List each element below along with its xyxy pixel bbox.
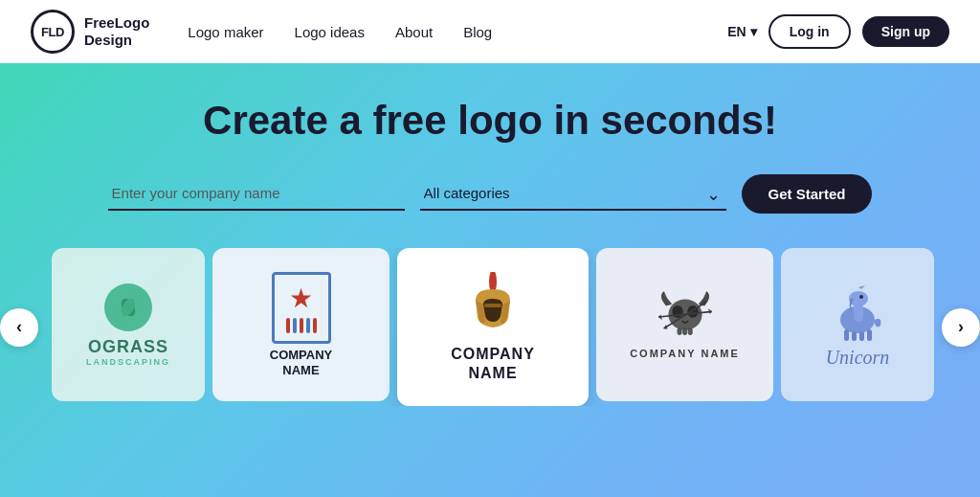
nav-logo-ideas[interactable]: Logo ideas [295, 24, 365, 40]
stripe-red-3 [313, 318, 317, 333]
nav-blog[interactable]: Blog [463, 24, 492, 40]
logo-badge: FLD [31, 10, 75, 54]
logo-card-helmet[interactable]: COMPANY NAME [397, 248, 589, 406]
svg-rect-22 [852, 331, 857, 341]
nav-logo-maker[interactable]: Logo maker [188, 24, 263, 40]
carousel-prev-button[interactable]: ‹ [0, 308, 38, 347]
stripe-blue-1 [293, 318, 297, 333]
card5-company-name: Unicorn [826, 347, 890, 369]
card1-text-sub: LANDSCAPING [86, 357, 170, 367]
header: FLD FreeLogo Design Logo maker Logo idea… [0, 0, 980, 63]
card2-company-name: COMPANY NAME [270, 348, 332, 377]
leaf-icon [113, 292, 144, 323]
svg-marker-20 [858, 285, 865, 289]
site-logo[interactable]: FLD FreeLogo Design [31, 10, 149, 54]
landscaping-circle-icon [104, 283, 152, 331]
hero-section: Create a free logo in seconds! All categ… [0, 63, 980, 406]
get-started-button[interactable]: Get Started [742, 174, 873, 214]
nav-about[interactable]: About [395, 24, 433, 40]
stripe-red-2 [300, 318, 303, 333]
stripe-blue-2 [306, 318, 310, 333]
cards-container: OGRASS LANDSCAPING ★ COMPANY [0, 248, 980, 406]
unicorn-icon [827, 282, 888, 343]
svg-rect-9 [682, 328, 686, 334]
logo-wordmark: FreeLogo Design [84, 14, 149, 49]
language-selector[interactable]: EN ▾ [727, 24, 756, 39]
logo-card-landscaping[interactable]: OGRASS LANDSCAPING [52, 248, 205, 401]
svg-point-25 [859, 295, 863, 299]
category-select-wrapper: All categories ⌄ [420, 177, 726, 211]
svg-rect-23 [859, 331, 864, 341]
logo-card-unicorn[interactable]: Unicorn [781, 248, 934, 401]
header-actions: EN ▾ Log in Sign up [727, 14, 949, 49]
carousel-next-button[interactable]: › [942, 308, 980, 347]
svg-rect-8 [678, 328, 681, 334]
logo-cards-carousel: ‹ OGRASS LANDSCAPING ★ [0, 248, 980, 406]
signup-button[interactable]: Sign up [862, 16, 949, 47]
company-name-input[interactable] [108, 177, 405, 211]
logo-card-skull[interactable]: Company Name [596, 248, 773, 401]
bull-skull-icon [655, 290, 716, 344]
login-button[interactable]: Log in [768, 14, 851, 49]
svg-rect-24 [867, 329, 872, 341]
card4-company-name: Company Name [630, 348, 740, 359]
category-select[interactable]: All categories [420, 177, 726, 211]
search-bar: All categories ⌄ Get Started [108, 174, 873, 214]
logo-card-star[interactable]: ★ COMPANY NAME [212, 248, 390, 401]
card2-stripes [286, 318, 317, 333]
card3-company-name: COMPANY NAME [451, 345, 535, 381]
svg-rect-4 [484, 304, 501, 307]
svg-rect-21 [844, 329, 849, 341]
hero-title: Create a free logo in seconds! [203, 98, 777, 144]
card1-text-main: OGRASS [88, 337, 168, 357]
card2-inner: ★ [272, 272, 331, 344]
main-nav: Logo maker Logo ideas About Blog [188, 24, 727, 40]
stripe-red-1 [286, 318, 290, 333]
chevron-down-icon: ▾ [750, 24, 757, 39]
svg-rect-10 [688, 328, 692, 334]
company-input-wrapper [108, 177, 405, 211]
helmet-icon [458, 272, 527, 341]
star-icon: ★ [289, 282, 313, 314]
